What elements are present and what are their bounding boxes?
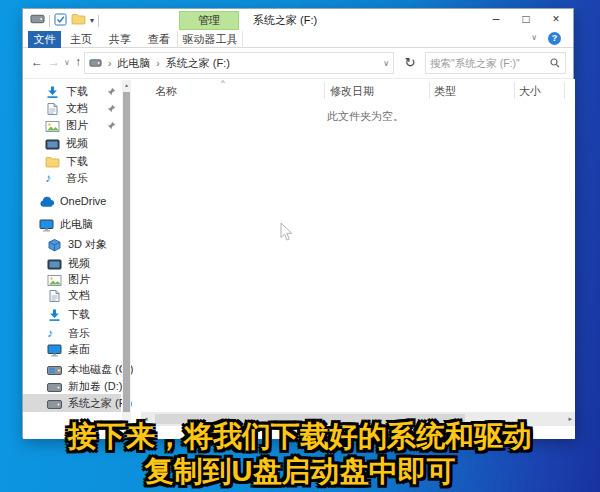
video-icon xyxy=(47,257,62,271)
tab-share[interactable]: 共享 xyxy=(104,31,136,48)
search-box xyxy=(425,52,566,74)
search-input[interactable] xyxy=(426,53,546,73)
empty-folder-message: 此文件夹为空。 xyxy=(327,109,404,124)
address-bar[interactable]: › 此电脑 › 系统之家 (F:) ∨ xyxy=(84,52,394,74)
sidebar-item-onedrive[interactable]: OneDrive xyxy=(23,192,121,210)
back-icon[interactable]: ← xyxy=(31,55,43,69)
separator xyxy=(49,15,50,27)
main-area: 下载 文档 图片 视频 下载 ♪音乐 OneDrive 此电脑 3D 对象 视频… xyxy=(23,79,575,439)
sidebar-item-label: 图片 xyxy=(66,118,88,133)
document-icon xyxy=(47,289,62,303)
tab-drive-tools[interactable]: 驱动器工具 xyxy=(177,31,243,48)
ribbon-tabs: 文件 主页 共享 查看 驱动器工具 ∨ ? xyxy=(23,31,573,48)
manage-contextual-tab[interactable]: 管理 xyxy=(179,11,239,30)
help-icon[interactable]: ? xyxy=(548,32,561,45)
maximize-button[interactable]: □ xyxy=(511,9,541,30)
file-list-area: 名称 ^ 修改日期 类型 大小 此文件夹为空。 ◂ ▸ xyxy=(141,79,575,439)
sidebar-item-label: OneDrive xyxy=(60,195,106,207)
separator xyxy=(98,15,99,27)
pin-icon[interactable] xyxy=(107,87,116,96)
column-size[interactable]: 大小 xyxy=(519,84,541,99)
scroll-up-icon[interactable]: ▴ xyxy=(122,81,131,88)
drive-icon xyxy=(47,397,62,412)
properties-check-icon[interactable] xyxy=(54,12,67,30)
sidebar-item-volume-d[interactable]: 新加卷 (D:) xyxy=(23,377,121,395)
tab-home[interactable]: 主页 xyxy=(65,31,97,48)
sidebar-item-label: 文档 xyxy=(68,288,90,303)
drive-icon[interactable] xyxy=(30,12,45,30)
sidebar-item-label: 新加卷 (D:) xyxy=(68,379,122,394)
drive-icon xyxy=(47,380,62,395)
folder-icon xyxy=(45,155,60,169)
picture-icon xyxy=(47,273,62,287)
pin-icon[interactable] xyxy=(107,104,116,113)
subtitle-overlay: 接下来，将我们下载好的系统和驱动 复制到U盘启动盘中即可 xyxy=(0,419,600,489)
tab-view[interactable]: 查看 xyxy=(143,31,175,48)
sidebar-item-music-quick[interactable]: ♪音乐 xyxy=(23,169,121,187)
picture-icon xyxy=(45,119,60,133)
sidebar-item-drive-f-selected[interactable]: 系统之家 (F:) xyxy=(23,394,121,412)
drive-c-icon xyxy=(47,363,62,378)
column-name[interactable]: 名称 xyxy=(155,84,177,99)
sidebar-item-desktop[interactable]: 桌面 xyxy=(23,340,121,358)
pin-icon[interactable] xyxy=(107,121,116,130)
download-icon xyxy=(45,85,60,99)
computer-icon xyxy=(39,218,54,232)
breadcrumb-current-drive[interactable]: 系统之家 (F:) xyxy=(166,56,230,71)
qat-dropdown-icon[interactable]: ▾ xyxy=(90,16,94,26)
sidebar-item-this-pc[interactable]: 此电脑 xyxy=(23,215,121,233)
sidebar-item-label: 视频 xyxy=(68,256,90,271)
music-icon: ♪ xyxy=(47,327,62,340)
sidebar-item-label: 此电脑 xyxy=(60,217,93,232)
desktop-icon xyxy=(47,343,62,357)
breadcrumb-separator: › xyxy=(108,58,111,69)
sidebar-item-local-disk-c[interactable]: 本地磁盘 (C:) xyxy=(23,360,121,378)
tab-file[interactable]: 文件 xyxy=(28,31,61,48)
subtitle-line-2: 复制到U盘启动盘中即可 xyxy=(0,454,600,489)
sidebar-item-label: 下载 xyxy=(68,307,90,322)
video-icon xyxy=(45,137,60,151)
sidebar-item-label: 视频 xyxy=(66,136,88,151)
onedrive-cloud-icon xyxy=(39,195,54,208)
sidebar-item-label: 下载 xyxy=(66,154,88,169)
sidebar-item-label: 文档 xyxy=(66,101,88,116)
sidebar-item-label: 音乐 xyxy=(68,326,90,341)
close-button[interactable]: × xyxy=(541,9,571,30)
column-divider[interactable] xyxy=(429,82,430,99)
search-icon xyxy=(550,58,560,68)
sidebar-item-label: 下载 xyxy=(66,84,88,99)
address-dropdown-icon[interactable]: ∨ xyxy=(383,59,389,68)
history-dropdown-icon[interactable]: ∨ xyxy=(64,58,70,67)
sidebar-scrollbar[interactable]: ▴ ▾ xyxy=(122,80,131,426)
up-icon[interactable]: ↑ xyxy=(75,55,81,69)
new-folder-icon[interactable] xyxy=(71,12,86,30)
sidebar-item-label: 音乐 xyxy=(66,171,88,186)
column-headers: 名称 ^ 修改日期 类型 大小 xyxy=(141,81,575,101)
refresh-icon[interactable]: ↻ xyxy=(399,52,421,74)
document-icon xyxy=(45,102,60,116)
sidebar-item-downloads[interactable]: 下载 xyxy=(23,305,121,323)
sidebar-item-videos-quick[interactable]: 视频 xyxy=(23,134,121,152)
breadcrumb-this-pc[interactable]: 此电脑 xyxy=(117,56,150,71)
collapse-ribbon-icon[interactable]: ∨ xyxy=(531,33,537,42)
file-explorer-window: ▾ 管理 系统之家 (F:) – □ × 文件 主页 共享 查看 驱动器工具 ∨… xyxy=(22,8,574,438)
sidebar-item-downloads-folder[interactable]: 下载 xyxy=(23,152,121,170)
music-icon: ♪ xyxy=(45,172,60,185)
sidebar-item-label: 图片 xyxy=(68,272,90,287)
column-divider[interactable] xyxy=(514,82,515,99)
sidebar-item-documents[interactable]: 文档 xyxy=(23,286,121,304)
window-title: 系统之家 (F:) xyxy=(253,13,317,28)
forward-icon[interactable]: → xyxy=(48,55,60,69)
scrollbar-thumb[interactable] xyxy=(123,92,130,412)
column-divider[interactable] xyxy=(324,82,325,99)
subtitle-line-1: 接下来，将我们下载好的系统和驱动 xyxy=(0,419,600,454)
download-icon xyxy=(47,308,62,322)
sidebar-item-3d-objects[interactable]: 3D 对象 xyxy=(23,235,121,253)
column-date-modified[interactable]: 修改日期 xyxy=(330,84,374,99)
breadcrumb-separator: › xyxy=(156,58,159,69)
column-type[interactable]: 类型 xyxy=(434,84,456,99)
desktop: ▾ 管理 系统之家 (F:) – □ × 文件 主页 共享 查看 驱动器工具 ∨… xyxy=(0,0,600,492)
column-divider[interactable] xyxy=(564,82,565,99)
address-bar-row: ← → ∨ ↑ › 此电脑 › 系统之家 (F:) ∨ ↻ xyxy=(23,49,573,79)
minimize-button[interactable]: – xyxy=(481,9,511,30)
